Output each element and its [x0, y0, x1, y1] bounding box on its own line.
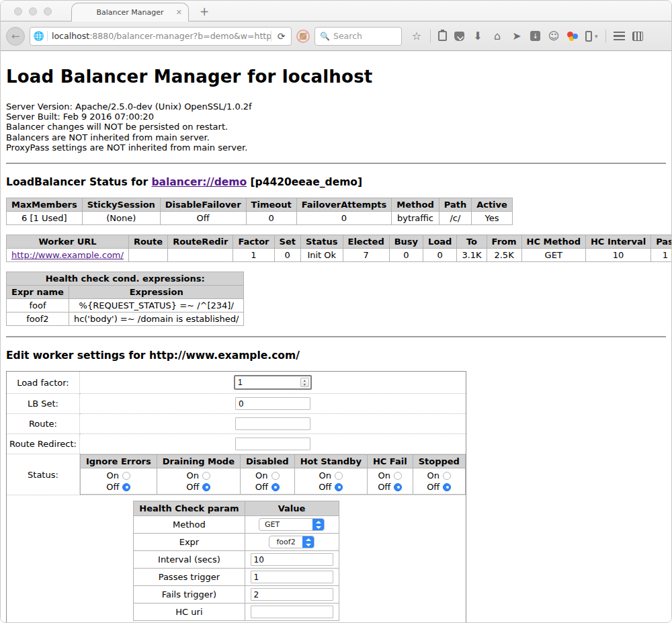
device-icon[interactable]	[585, 31, 592, 42]
server-built-line: Server Built: Feb 9 2016 07:00:20	[6, 112, 666, 122]
chat-icon[interactable]: ☺	[548, 31, 560, 42]
balancer-status-heading: LoadBalancer Status for balancer://demo …	[6, 176, 666, 188]
route-redirect-label: Route Redirect:	[7, 434, 80, 454]
back-button[interactable]: ←	[6, 27, 25, 46]
menu-icon[interactable]	[614, 32, 625, 40]
route-row: Route:	[7, 414, 466, 434]
health-check-params-row: Health Check param Value Method GET	[7, 495, 466, 622]
passes-row: Passes trigger	[134, 569, 339, 586]
home-icon[interactable]: ⌂	[491, 31, 503, 42]
fails-input[interactable]	[251, 588, 333, 601]
inherit-notice-line: Balancers are NOT inherited from main se…	[6, 132, 666, 142]
draining-mode-radios: On Off	[157, 468, 240, 495]
ignore-errors-radios: On Off	[80, 468, 157, 495]
load-factor-input[interactable]: ▴▾	[234, 375, 312, 390]
expr-select[interactable]: foof2	[269, 536, 314, 548]
passes-label: Passes trigger	[134, 569, 245, 586]
persist-notice-line: Balancer changes will NOT be persisted o…	[6, 122, 666, 132]
route-label: Route:	[7, 414, 80, 434]
select-arrows-icon	[312, 518, 324, 531]
disabled-radios: On Off	[240, 468, 294, 495]
new-tab-button[interactable]: +	[200, 5, 209, 18]
hc-uri-row: HC uri	[134, 604, 339, 621]
search-field[interactable]: 🔍 Search	[314, 27, 402, 46]
expr-label: Expr	[134, 534, 245, 551]
table-header-row: MaxMembers StickySession DisableFailover…	[7, 198, 513, 212]
url-bar[interactable]: 🌐 localhost:8880/balancer-manager?b=demo…	[30, 27, 292, 46]
load-factor-row: Load factor: ▴▾	[7, 372, 466, 394]
method-row: Method GET	[134, 516, 339, 534]
navigation-toolbar: ← 🌐 localhost:8880/balancer-manager?b=de…	[1, 22, 671, 51]
reading-list-icon[interactable]	[438, 31, 447, 41]
title-bar: Balancer Manager ✕ +	[1, 1, 671, 22]
save-page-icon[interactable]: ↓	[530, 31, 540, 41]
table-header-row: Worker URL Route RouteRedir Factor Set S…	[7, 235, 672, 249]
extension-colordots-icon[interactable]	[567, 31, 578, 42]
stopped-on-radio[interactable]	[443, 472, 451, 480]
zoom-window-button[interactable]	[44, 7, 52, 15]
divider	[6, 163, 666, 164]
table-header-row: Expr name Expression	[7, 286, 244, 299]
page-title: Load Balancer Manager for localhost	[6, 67, 666, 87]
disabled-on-radio[interactable]	[271, 472, 280, 480]
edit-worker-form: Load factor: ▴▾ LB Set: Route: Route Red…	[6, 371, 466, 622]
hot-standby-off-radio[interactable]	[335, 483, 343, 491]
minimize-window-button[interactable]	[29, 7, 37, 15]
passes-input[interactable]	[251, 571, 333, 583]
table-row: 6 [1 Used] (None) Off 0 0 bytraffic /c/ …	[7, 212, 513, 225]
stopped-radios: On Off	[413, 468, 465, 495]
table-header-row: Health Check param Value	[134, 501, 339, 516]
number-spinner-icon[interactable]: ▴▾	[300, 378, 309, 387]
lb-set-row: LB Set:	[7, 394, 466, 414]
ignore-errors-off-radio[interactable]	[122, 483, 130, 491]
hc-uri-input[interactable]	[251, 606, 333, 618]
toolbar-divider	[605, 30, 606, 43]
ignore-errors-on-radio[interactable]	[122, 472, 130, 480]
chevron-down-icon[interactable]: ▾	[595, 33, 598, 40]
fails-label: Fails trigger)	[134, 586, 245, 604]
disabled-off-radio[interactable]	[271, 483, 280, 491]
toolbar-icons: ☆ ⬇ ⌂ ➤ ↓ ☺ ▾	[411, 30, 643, 43]
expr-row: foof %{REQUEST_STATUS} =~ /^[234]/	[7, 299, 244, 313]
interval-label: Interval (secs)	[134, 551, 245, 569]
route-input[interactable]	[235, 417, 310, 430]
hot-standby-radios: On Off	[294, 468, 367, 495]
interval-row: Interval (secs)	[134, 551, 339, 569]
page-content: Load Balancer Manager for localhost Serv…	[1, 51, 671, 622]
route-redirect-input[interactable]	[235, 438, 310, 450]
downloads-icon[interactable]: ⬇	[472, 31, 484, 42]
proxypass-notice-line: ProxyPass settings are NOT inherited fro…	[6, 142, 666, 153]
method-select[interactable]: GET	[259, 518, 325, 531]
hc-fail-off-radio[interactable]	[394, 483, 402, 491]
worker-url-link[interactable]: http://www.example.com/	[11, 250, 124, 260]
status-radio-table: Ignore Errors Draining Mode Disabled Hot…	[80, 454, 466, 495]
expr-row: foof2 hc('body') =~ /domain is establish…	[7, 313, 244, 326]
interval-input[interactable]	[251, 553, 333, 566]
status-header-row: Ignore Errors Draining Mode Disabled Hot…	[80, 455, 465, 468]
window-controls[interactable]	[14, 7, 52, 15]
reload-button[interactable]: ⟳	[271, 31, 291, 42]
worker-row: http://www.example.com/ 1 0 Init Ok 7 0 …	[7, 249, 672, 262]
toolbar-divider	[430, 30, 431, 43]
bookmark-star-icon[interactable]: ☆	[411, 31, 423, 42]
draining-mode-off-radio[interactable]	[202, 483, 210, 491]
browser-tab[interactable]: Balancer Manager ✕	[71, 3, 189, 22]
edit-worker-heading: Edit worker settings for http://www.exam…	[6, 349, 666, 362]
tab-close-icon[interactable]: ✕	[176, 8, 182, 17]
hot-standby-on-radio[interactable]	[335, 472, 343, 480]
content-blocked-icon[interactable]	[296, 30, 310, 43]
pocket-icon[interactable]	[454, 32, 464, 41]
close-window-button[interactable]	[14, 7, 22, 15]
status-label: Status:	[7, 454, 80, 495]
url-text[interactable]: localhost:8880/balancer-manager?b=demo&w…	[48, 31, 271, 41]
expr-row: Expr foof2	[134, 534, 339, 551]
hc-fail-radios: On Off	[367, 468, 413, 495]
balancer-link[interactable]: balancer://demo	[151, 176, 247, 188]
hc-fail-on-radio[interactable]	[394, 472, 402, 480]
divider	[6, 336, 666, 337]
stopped-off-radio[interactable]	[443, 483, 451, 491]
grid-extension-icon[interactable]	[632, 32, 643, 41]
lb-set-input[interactable]	[235, 397, 310, 410]
draining-mode-on-radio[interactable]	[202, 472, 210, 480]
send-tab-icon[interactable]: ➤	[511, 31, 523, 42]
